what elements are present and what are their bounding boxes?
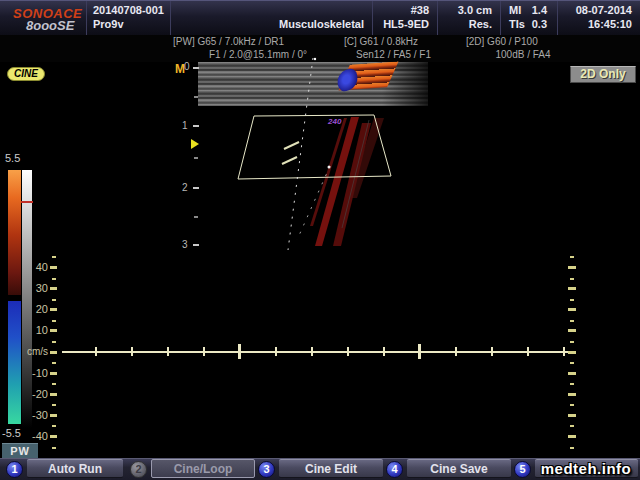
application-name: Musculoskeletal (177, 18, 364, 32)
mi-value: 1.4 (532, 4, 547, 18)
2d-params-line2: 100dB / FA4 (466, 49, 580, 62)
doppler-overlay (170, 55, 470, 255)
time-tick-minor (95, 347, 97, 356)
time-tick-minor (311, 347, 313, 356)
spectral-axis-label: 40 (8, 261, 48, 273)
axis-tick-major-left (50, 435, 57, 438)
ultrasound-screen: SONOACE 8oooSE 20140708-001 Pro9v Muscul… (0, 0, 640, 480)
2d-parameters: [2D] G60 / P100 100dB / FA4 (466, 36, 580, 61)
color-scale-max: 5.5 (5, 152, 20, 164)
probe-name: HL5-9ED (379, 18, 429, 32)
sample-gate-lower[interactable] (282, 157, 297, 164)
time-tick-minor (383, 347, 385, 356)
quality-mode: Res. (444, 18, 492, 32)
axis-tick-minor-left (52, 320, 56, 322)
grayscale-marker (21, 201, 33, 203)
time-tick-minor (131, 347, 133, 356)
time-tick-minor (347, 347, 349, 356)
spectral-axis-label: -40 (8, 430, 48, 442)
ti-value: 0.3 (532, 18, 547, 32)
axis-tick-minor-left (52, 383, 56, 385)
axis-tick-minor-right (570, 383, 574, 385)
depth-segment: 3.0 cm Res. (437, 1, 500, 35)
axis-tick-major-left (50, 372, 57, 375)
axis-tick-major-right (568, 393, 576, 396)
pw-mode-tab[interactable]: PW (2, 443, 38, 458)
safety-indices-segment: MI1.4 TIs0.3 (500, 1, 557, 35)
image-number: #38 (379, 4, 429, 18)
patient-id: 20140708-001 (93, 4, 162, 18)
axis-tick-major-right (568, 287, 576, 290)
time-tick-minor (275, 347, 277, 356)
axis-tick-major-left (50, 266, 57, 269)
axis-tick-minor-right (570, 299, 574, 301)
time-tick-major (418, 344, 421, 359)
color-bar-positive (8, 170, 21, 295)
spectral-axis-label: 20 (8, 303, 48, 315)
date-display: 08-07-2014 (564, 4, 632, 18)
menu-key-3[interactable]: 3 (258, 461, 275, 478)
probe-segment: #38 HL5-9ED (372, 1, 437, 35)
pw-params-line1: [PW] G65 / 7.0kHz / DR1 (173, 36, 343, 49)
sample-gate-upper[interactable] (284, 142, 299, 149)
cine-indicator: CINE (7, 67, 45, 81)
axis-tick-minor-left (52, 278, 56, 280)
color-params-line1: [C] G61 / 0.8kHz (344, 36, 462, 49)
axis-tick-minor-left (52, 362, 56, 364)
spectral-axis-label: -10 (8, 367, 48, 379)
axis-tick-minor-right (570, 341, 574, 343)
axis-tick-minor-right (570, 447, 574, 449)
pw-cursor-line[interactable] (288, 58, 313, 250)
axis-tick-major-left (50, 287, 57, 290)
depth-value: 3.0 cm (444, 4, 492, 18)
axis-tick-minor-left (52, 341, 56, 343)
spectral-axis-label: -30 (8, 409, 48, 421)
watermark: medteh.info (533, 460, 639, 477)
menu-key-1[interactable]: 1 (6, 461, 23, 478)
brand-logo: SONOACE 8oooSE (0, 1, 86, 35)
axis-tick-minor-left (52, 256, 56, 258)
axis-tick-major-right (568, 435, 576, 438)
axis-tick-major-left (50, 351, 57, 354)
spectral-axis-label: cm/s (8, 346, 48, 358)
time-tick-minor (455, 347, 457, 356)
axis-tick-minor-left (52, 447, 56, 449)
spectral-axis-label: -20 (8, 388, 48, 400)
menu-button-cine-save[interactable]: Cine Save (407, 459, 511, 478)
header-bar: SONOACE 8oooSE 20140708-001 Pro9v Muscul… (0, 0, 640, 35)
time-tick-major (238, 344, 241, 359)
time-tick-minor (491, 347, 493, 356)
axis-tick-minor-right (570, 362, 574, 364)
time-tick-minor (563, 347, 565, 356)
axis-tick-major-right (568, 308, 576, 311)
axis-tick-major-left (50, 329, 57, 332)
axis-tick-major-right (568, 266, 576, 269)
mode-badge-2d-only: 2D Only (570, 66, 636, 83)
axis-tick-minor-right (570, 320, 574, 322)
axis-tick-minor-left (52, 299, 56, 301)
axis-tick-major-right (568, 329, 576, 332)
spectral-axis-label: 10 (8, 324, 48, 336)
menu-key-5[interactable]: 5 (514, 461, 531, 478)
cursor-dot (314, 58, 316, 60)
time-tick-minor (203, 347, 205, 356)
axis-tick-minor-left (52, 404, 56, 406)
mi-label: MI (509, 4, 521, 18)
menu-key-2[interactable]: 2 (130, 461, 147, 478)
brand-model: 8oooSE (26, 18, 74, 33)
axis-tick-major-right (568, 372, 576, 375)
menu-button-auto-run[interactable]: Auto Run (27, 459, 123, 478)
application-segment: Musculoskeletal (170, 1, 372, 35)
2d-params-line1: [2D] G60 / P100 (466, 36, 580, 49)
axis-tick-minor-right (570, 404, 574, 406)
color-bar-negative (8, 301, 21, 424)
color-box-annotation: 240 (328, 117, 341, 126)
axis-tick-major-right (568, 351, 576, 354)
menu-button-cine-loop[interactable]: Cine/Loop (151, 459, 255, 478)
time-display: 16:45:10 (564, 18, 632, 32)
menu-key-4[interactable]: 4 (386, 461, 403, 478)
spectral-axis-label: 30 (8, 282, 48, 294)
axis-tick-major-left (50, 414, 57, 417)
ti-label: TIs (509, 18, 525, 32)
menu-button-cine-edit[interactable]: Cine Edit (279, 459, 383, 478)
